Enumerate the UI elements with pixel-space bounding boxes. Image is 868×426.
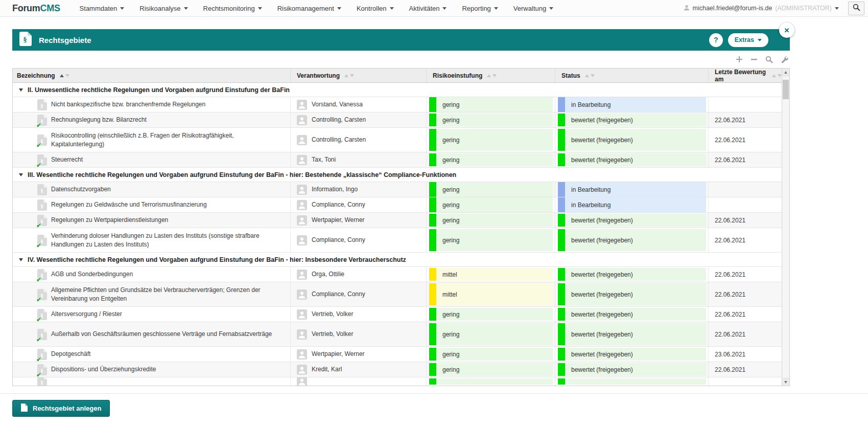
chevron-down-icon — [442, 7, 447, 10]
scrollbar-thumb[interactable] — [783, 80, 789, 99]
risk-cell: gering — [427, 362, 555, 377]
table-row[interactable]: §✔AGB und SonderbedingungenOrga, Ottilie… — [13, 267, 782, 282]
help-button[interactable]: ? — [709, 33, 723, 47]
page-title: Rechtsgebiete — [39, 36, 91, 44]
table-row[interactable]: §✔Altersversorgung / RiesterVertrieb, Vo… — [13, 307, 782, 322]
group-row-iv-wesentliche-rech[interactable]: IV. Wesentliche rechtliche Regelungen un… — [13, 253, 782, 267]
chevron-down-icon[interactable] — [19, 258, 23, 261]
table-row[interactable]: §✔Verhinderung doloser Handlungen zu Las… — [13, 228, 782, 253]
sort-desc-icon[interactable] — [350, 74, 354, 77]
table-row[interactable]: §✔SteuerrechtTax, Tonigeringbewertet (fr… — [13, 152, 782, 168]
close-button[interactable]: ✕ — [779, 23, 794, 38]
chip-box: gering — [429, 197, 553, 212]
risk-label: gering — [436, 197, 553, 212]
group-row-ii-unwesentliche-re[interactable]: II. Unwesentliche rechtliche Regelungen … — [13, 83, 782, 97]
table-row[interactable]: §✔Außerhalb von Geschäftsräumen geschlos… — [13, 322, 782, 347]
status-cell: bewertet (freigegeben) — [555, 322, 709, 346]
risk-label — [436, 378, 553, 385]
chevron-down-icon[interactable] — [835, 7, 839, 10]
menu-item-verwaltung[interactable]: Verwaltung — [513, 5, 553, 12]
group-row-iii-wesentliche-rec[interactable]: III. Wesentliche rechtliche Regelungen u… — [13, 168, 782, 182]
color-chip — [429, 197, 436, 212]
status-cell: bewertet (freigegeben) — [555, 347, 709, 362]
color-chip — [558, 363, 565, 376]
status-cell: bewertet (freigegeben) — [555, 113, 709, 127]
letzte-bewertung-cell: 22.06.2021 — [709, 307, 782, 322]
bewertung-date: 22.06.2021 — [715, 271, 745, 278]
check-icon: ✔ — [36, 356, 41, 363]
table-row[interactable]: §DatenschutzvorgabenInformation, Ingoger… — [13, 182, 782, 197]
person-icon — [297, 135, 307, 145]
chevron-down-icon[interactable] — [19, 173, 23, 176]
chip-box: bewertet (freigegeben) — [558, 214, 706, 227]
color-chip — [558, 182, 565, 197]
create-rechtsgebiet-button[interactable]: Rechtsgebiet anlegen — [12, 400, 110, 417]
bezeichnung-cell: §Regelungen zu Geldwäsche und Terrorismu… — [13, 197, 291, 212]
chip-box: gering — [429, 114, 553, 126]
sort-asc-icon[interactable] — [344, 74, 348, 77]
column-header-verantwortung[interactable]: Verantwortung — [291, 69, 427, 82]
person-icon — [297, 270, 307, 280]
responsible-name: Tax, Toni — [312, 155, 336, 164]
table-row[interactable]: §Regelungen zu Geldwäsche und Terrorismu… — [13, 197, 782, 213]
bewertung-date: 22.06.2021 — [715, 366, 745, 373]
minus-icon[interactable] — [750, 56, 758, 63]
column-header-bezeichnung[interactable]: Bezeichnung — [13, 69, 291, 82]
user-email[interactable]: michael.friedel@forum-is.de — [693, 5, 772, 12]
column-header-label: Status — [561, 72, 580, 79]
sort-desc-icon[interactable] — [591, 74, 595, 77]
sort-desc-icon[interactable] — [492, 74, 497, 77]
column-header-label: Verantwortung — [297, 72, 340, 79]
scroll-up-button[interactable] — [782, 69, 789, 76]
color-chip — [558, 308, 565, 321]
responsible-name: Information, Ingo — [312, 185, 358, 193]
svg-text:§: § — [40, 203, 43, 209]
menu-item-reporting[interactable]: Reporting — [462, 5, 498, 12]
risk-cell: gering — [427, 182, 555, 197]
group-label: III. Wesentliche rechtliche Regelungen u… — [28, 171, 456, 178]
menu-item-aktivit-ten[interactable]: Aktivitäten — [409, 5, 447, 12]
menu-item-risikoanalyse[interactable]: Risikoanalyse — [139, 5, 187, 12]
wrench-icon[interactable] — [781, 56, 788, 63]
chip-box — [558, 378, 706, 385]
column-header-letzte-bewertung-am[interactable]: Letzte Bewertung am — [709, 69, 782, 82]
app-logo[interactable]: ForumCMS — [12, 3, 60, 14]
table-row[interactable]: §Nicht bankspezifische bzw. branchenfrem… — [13, 97, 782, 113]
check-icon: ✔ — [36, 122, 41, 129]
table-row[interactable]: §✔DepotgeschäftWertpapier, Wernergeringb… — [13, 347, 782, 362]
menu-item-stammdaten[interactable]: Stammdaten — [80, 5, 125, 12]
color-chip — [558, 129, 565, 151]
chip-box: in Bearbeitung — [558, 97, 706, 112]
search-button[interactable] — [848, 2, 864, 15]
menu-item-risikomanagement[interactable]: Risikomanagement — [277, 5, 341, 12]
scroll-down-button[interactable] — [782, 378, 789, 386]
table-row-partial[interactable]: § — [13, 377, 782, 386]
risk-cell: gering — [427, 97, 555, 112]
sort-asc-icon[interactable] — [60, 74, 64, 77]
sort-desc-icon[interactable] — [65, 74, 69, 77]
sort-icons — [60, 74, 69, 77]
color-chip — [558, 114, 565, 126]
chevron-down-icon[interactable] — [19, 88, 23, 92]
table-row[interactable]: §✔Risikocontrolling (einschließlich z.B.… — [13, 128, 782, 152]
table-row[interactable]: §✔Rechnungslegung bzw. BilanzrechtContro… — [13, 113, 782, 128]
vertical-scrollbar[interactable] — [782, 69, 789, 386]
table-row[interactable]: §✔Dispositions- und ÜberziehungskrediteK… — [13, 362, 782, 377]
menu-item-rechtsmonitoring[interactable]: Rechtsmonitoring — [203, 5, 262, 12]
sort-asc-icon[interactable] — [585, 74, 589, 77]
sort-asc-icon[interactable] — [772, 74, 776, 77]
table-row[interactable]: §✔Regelungen zu Wertpapierdienstleistung… — [13, 213, 782, 228]
paragraph-document-icon: §✔ — [37, 364, 47, 375]
menu-item-label: Verwaltung — [513, 5, 546, 12]
magnifier-icon[interactable] — [765, 56, 773, 63]
person-icon — [297, 185, 307, 195]
table-row[interactable]: §✔Allgemeine Pflichten und Grundsätze be… — [13, 282, 782, 307]
menu-item-kontrollen[interactable]: Kontrollen — [357, 5, 394, 12]
column-header-status[interactable]: Status — [555, 69, 709, 82]
column-header-risikoeinstufung[interactable]: Risikoeinstufung — [427, 69, 555, 82]
plus-icon[interactable] — [736, 56, 743, 63]
sort-desc-icon[interactable] — [778, 74, 782, 77]
extras-button[interactable]: Extras — [728, 33, 768, 47]
sort-asc-icon[interactable] — [487, 74, 491, 77]
main-menu: StammdatenRisikoanalyseRechtsmonitoringR… — [80, 5, 554, 12]
